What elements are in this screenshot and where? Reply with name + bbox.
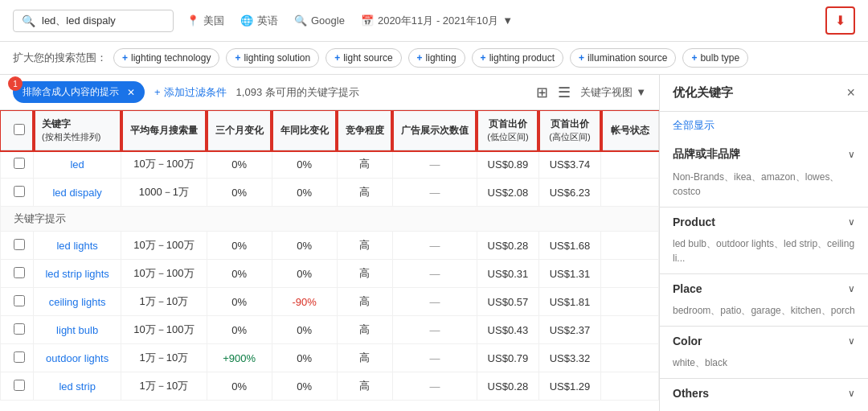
cell-bid-high: US$3.74 <box>538 150 600 179</box>
keyword-link[interactable]: led strip <box>59 380 96 393</box>
right-section-product-header[interactable]: Product ∨ <box>660 208 868 236</box>
plus-icon: + <box>417 52 423 64</box>
cell-bid-low: US$2.08 <box>477 179 538 207</box>
cell-check[interactable] <box>1 316 34 344</box>
right-panel: 优化关键字 × 全部显示 品牌或非品牌 ∨ Non-Brands、ikea、am… <box>659 75 868 411</box>
date-chevron-icon: ▼ <box>502 14 513 27</box>
keyword-link[interactable]: light bulb <box>56 324 98 336</box>
keyword-link[interactable]: led strip lights <box>45 268 108 280</box>
row-checkbox[interactable] <box>14 323 25 335</box>
search-box[interactable]: 🔍 <box>13 10 174 32</box>
tag-light-source[interactable]: + light source <box>326 48 401 68</box>
keyword-link[interactable]: led <box>70 158 84 171</box>
view-chevron-icon: ▼ <box>636 86 646 98</box>
right-panel-title: 优化关键字 <box>673 85 733 101</box>
right-section-brand-header[interactable]: 品牌或非品牌 ∨ <box>660 139 868 170</box>
cell-keyword[interactable]: led strip lights <box>34 260 121 288</box>
search-icon: 🔍 <box>22 14 35 27</box>
list-view-icon[interactable]: ☰ <box>558 84 571 101</box>
cell-imp: — <box>392 232 477 260</box>
language-item[interactable]: 🌐 英语 <box>240 14 278 28</box>
col-header-account-status: 帐号状态 <box>601 111 659 150</box>
filter-close-icon[interactable]: ✕ <box>127 87 135 98</box>
engine-item[interactable]: 🔍 Google <box>294 14 345 27</box>
right-section-color-header[interactable]: Color ∨ <box>660 327 868 356</box>
cell-3mo: 0% <box>207 260 272 288</box>
tag-lighting-technology[interactable]: + lighting technology <box>113 48 219 68</box>
table-row: ceiling lights 1万－10万 0% -90% 高 — US$0.5… <box>1 288 659 316</box>
cell-imp: — <box>392 372 477 401</box>
cell-avg: 1000－1万 <box>121 179 207 207</box>
row-checkbox[interactable] <box>14 158 25 169</box>
cell-bid-high: US$2.37 <box>538 316 600 344</box>
keyword-link[interactable]: ceiling lights <box>49 296 106 308</box>
cell-check[interactable] <box>1 260 34 288</box>
search-input[interactable] <box>42 14 154 27</box>
cell-3mo: 0% <box>207 179 272 207</box>
cell-check[interactable] <box>1 372 34 401</box>
location-item[interactable]: 📍 美国 <box>186 14 224 28</box>
right-section-others-header[interactable]: Others ∨ <box>660 379 868 408</box>
show-all-link[interactable]: 全部显示 <box>660 112 868 139</box>
language-icon: 🌐 <box>240 14 253 27</box>
cell-keyword[interactable]: led lights <box>34 232 121 260</box>
cell-check[interactable] <box>1 344 34 372</box>
table-row: outdoor lights 1万－10万 +900% 0% 高 — US$0.… <box>1 344 659 372</box>
cell-yoy: 0% <box>272 372 337 401</box>
cell-check[interactable] <box>1 232 34 260</box>
cell-avg: 10万－100万 <box>121 260 207 288</box>
cell-status <box>601 344 659 372</box>
cell-keyword[interactable]: led <box>34 150 121 179</box>
grid-view-icon[interactable]: ⊞ <box>536 84 548 101</box>
location-icon: 📍 <box>186 14 199 27</box>
cell-keyword[interactable]: light bulb <box>34 316 121 344</box>
filter-adult-button[interactable]: 1 排除含成人内容的提示 ✕ <box>13 81 145 103</box>
cell-keyword[interactable]: led strip <box>34 372 121 401</box>
right-section-place-header[interactable]: Place ∨ <box>660 274 868 303</box>
cell-check[interactable] <box>1 288 34 316</box>
cell-bid-high: US$1.68 <box>538 232 600 260</box>
keyword-link[interactable]: outdoor lights <box>46 352 108 364</box>
tag-lighting-solution[interactable]: + lighting solution <box>226 48 319 68</box>
row-checkbox[interactable] <box>14 380 25 391</box>
add-filter-button[interactable]: + 添加过滤条件 <box>154 85 227 100</box>
tag-lighting[interactable]: + lighting <box>408 48 465 68</box>
cell-keyword[interactable]: outdoor lights <box>34 344 121 372</box>
cell-keyword[interactable]: ceiling lights <box>34 288 121 316</box>
add-filter-label: 添加过滤条件 <box>164 85 227 100</box>
row-checkbox[interactable] <box>14 239 25 250</box>
row-checkbox[interactable] <box>14 295 25 306</box>
view-selector[interactable]: 关键字视图 ▼ <box>580 85 646 100</box>
cell-check[interactable] <box>1 179 34 207</box>
plus-icon: + <box>154 86 161 98</box>
select-all-checkbox[interactable] <box>14 124 25 135</box>
plus-icon: + <box>579 52 584 64</box>
tag-label: illumination source <box>588 52 667 64</box>
cell-keyword[interactable]: led dispaly <box>34 179 121 207</box>
section-others-sub: solar、uv <box>660 408 868 411</box>
tag-bulb-type[interactable]: + bulb type <box>682 48 748 68</box>
row-checkbox[interactable] <box>14 267 25 278</box>
location-label: 美国 <box>203 14 224 28</box>
cell-3mo: 0% <box>207 316 272 344</box>
cell-bid-high: US$1.31 <box>538 260 600 288</box>
keyword-link[interactable]: led dispaly <box>52 187 101 199</box>
tag-lighting-product[interactable]: + lighting product <box>472 48 563 68</box>
col-header-yoy: 年同比变化 <box>272 111 337 150</box>
right-panel-close-button[interactable]: × <box>846 84 855 101</box>
plus-icon: + <box>334 52 340 64</box>
table-container[interactable]: 关键字(按相关性排列) 平均每月搜索量 三个月变化 年同比变化 竞争程度 广告展… <box>0 110 659 411</box>
tag-illumination-source[interactable]: + illumination source <box>570 48 676 68</box>
col-header-check[interactable] <box>1 111 34 150</box>
chevron-down-icon: ∨ <box>848 216 855 228</box>
download-button[interactable]: ⬇ <box>825 6 855 35</box>
date-range-item[interactable]: 📅 2020年11月 - 2021年10月 ▼ <box>361 14 513 28</box>
row-checkbox[interactable] <box>14 351 25 363</box>
cell-imp: — <box>392 260 477 288</box>
cell-comp: 高 <box>337 372 392 401</box>
cell-check[interactable] <box>1 150 34 179</box>
cell-3mo: 0% <box>207 288 272 316</box>
keyword-link[interactable]: led lights <box>56 240 97 252</box>
row-checkbox[interactable] <box>14 186 25 197</box>
cell-3mo: 0% <box>207 150 272 179</box>
